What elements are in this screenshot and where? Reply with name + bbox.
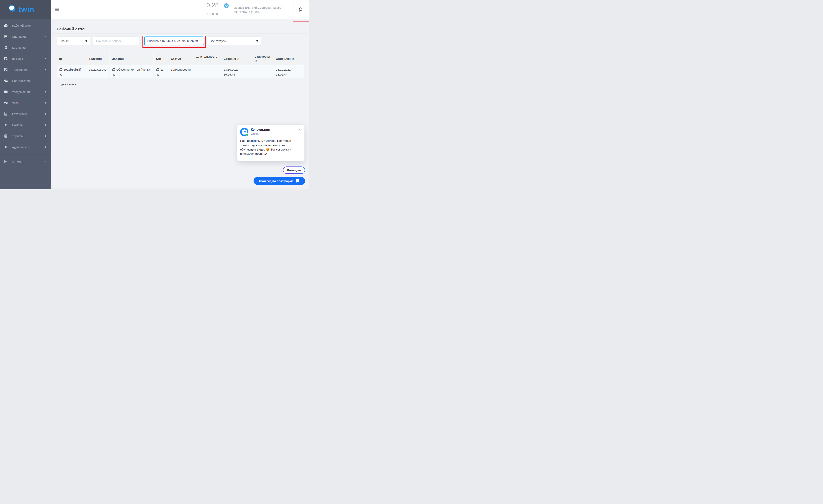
cell-bot-value: 11 [160,67,164,71]
cell-status: Запланирован [168,65,194,78]
platform-guide-button[interactable]: Твой гид по платформе [254,177,305,185]
sidebar-item-telephony[interactable]: Телефония [0,64,51,75]
bar-chart-icon [4,112,8,116]
sidebar-item-label: Рабочий стол [12,24,46,27]
status-select-value: Все статусы [210,39,226,43]
calendar-icon [4,56,8,61]
sidebar-item-label: Уведомления [12,90,44,94]
sidebar-item-statistics[interactable]: Статистика [0,108,51,119]
eye-view-icon[interactable] [112,73,116,76]
sidebar-item-label: Помощь [12,123,44,127]
horizontal-scrollbar-thumb[interactable] [51,189,304,189]
commands-button-label: Команды [283,167,305,173]
column-header-duration[interactable]: Длительность↓↑ [194,52,221,65]
close-icon[interactable]: × [298,128,301,131]
cell-task-value: Обзвон клиентов (июнь) [117,67,150,71]
chevron-right-icon [44,146,46,148]
sidebar-item-label: Аудиопарсер [12,145,44,149]
copy-icon[interactable] [59,68,62,71]
cell-bot: 11 [154,65,168,78]
sort-arrows-icon: ↓↑ [255,59,257,63]
records-table: Id Телефон Задание Бот Статус Длительнос… [57,52,304,78]
copy-icon[interactable] [156,68,159,71]
chevron-right-icon [44,160,46,163]
calculator-icon [4,134,8,138]
sidebar-item-users[interactable]: Пользователи [0,75,51,86]
user-info[interactable]: Иванов Дмитрий Сергеевич (t3159) ООО "Тв… [234,6,282,14]
cell-task: Обзвон клиентов (июнь) [110,65,154,78]
chat-message: Наш обаятельный Андрей Цветошин записал … [240,139,301,156]
horizontal-scrollbar [51,189,309,189]
svg-text:twin: twin [243,133,245,135]
main-content: Рабочий стол Звонки Все статусы Id Телеф… [51,19,309,189]
cell-id-value: 59a9b8eb3fff [63,67,81,71]
cell-started [252,65,273,78]
cell-created: 23.10.2022 15:05:44 [221,65,252,78]
balance-amount: 0.28 [206,2,219,9]
sidebar-item-scenarios[interactable]: Сценарии [0,31,51,42]
sidebar-item-notifications[interactable]: Уведомления [0,86,51,97]
eye-view-icon[interactable] [156,73,160,76]
records-count-label: одна запись [59,82,76,86]
cell-updated: 23.10.2022 18:05:44 [273,65,304,78]
envelope-icon [4,90,8,94]
search-query-input[interactable] [93,36,139,45]
balance-secondary: 1 000.00 [206,12,218,16]
sidebar: twin Рабочий стол Сценарии Комп [0,0,51,189]
gears-icon [4,123,8,127]
chevron-right-icon [44,135,46,137]
chat-bubbles-icon [4,101,8,105]
search-button[interactable] [298,7,304,12]
users-icon [4,78,8,83]
hamburger-menu-icon[interactable] [55,8,59,11]
brand-logo[interactable]: twin [0,0,51,19]
sidebar-item-dashboard[interactable]: Рабочий стол [0,20,51,31]
select-arrows-icon [256,40,258,42]
sidebar-item-calls[interactable]: Вызовы [0,53,51,64]
eye-view-icon[interactable] [59,73,63,76]
sidebar-item-label: Компании [12,46,46,49]
chat-bubble-icon [295,178,300,184]
topbar: 0.28 1 000.00 Иванов Дмитрий Сергеевич (… [51,0,309,19]
column-header-status: Статус [168,52,194,65]
building-icon [4,45,8,50]
entity-type-select[interactable]: Звонки [57,36,90,45]
user-name: Иванов Дмитрий Сергеевич (t3159) [234,6,282,10]
sidebar-item-label: Отчёты [12,160,44,163]
sort-arrows-icon: ↓↑ [292,57,294,61]
copy-icon[interactable] [112,68,115,71]
sidebar-item-label: Тарифы [12,134,44,138]
sidebar-item-label: Вызовы [12,57,44,60]
created-time: 15:05:44 [223,72,249,76]
dashboard-gauge-icon [4,23,8,28]
column-header-updated[interactable]: Обновлен↓↑ [273,52,304,65]
id-filter-input[interactable] [144,36,204,45]
chat-names: Консультант Online [251,128,298,136]
chevron-right-icon [44,102,46,104]
chevron-right-icon [44,113,46,115]
page-title: Рабочий стол [57,27,85,31]
sidebar-item-tariffs[interactable]: Тарифы [0,130,51,141]
sidebar-divider [2,154,48,154]
sidebar-item-label: Статистика [12,112,44,116]
column-header-id: Id [57,52,86,65]
sidebar-item-help[interactable]: Помощь [0,119,51,130]
sidebar-item-label: Телефония [12,68,44,71]
column-header-created[interactable]: Создано↓↑ [221,52,252,65]
search-icon [298,10,304,13]
column-header-started[interactable]: Стартовал↓↑ [252,52,273,65]
updated-time: 18:05:44 [276,72,301,76]
column-header-task: Задание [110,52,154,65]
chevron-right-icon [44,68,46,71]
balance-dropdown-button[interactable] [224,3,229,8]
filters-bar: Звонки Все статусы [51,36,309,45]
sidebar-item-chats[interactable]: Чаты [0,97,51,108]
entity-type-select-value: Звонки [59,39,69,43]
sidebar-item-reports[interactable]: Отчёты [0,156,51,167]
sidebar-item-companies[interactable]: Компании [0,42,51,53]
sidebar-item-audioparser[interactable]: Аудиопарсер [0,141,51,153]
status-select[interactable]: Все статусы [207,36,261,45]
commands-button[interactable]: Команды [283,166,305,174]
chevron-right-icon [44,35,46,38]
online-status-dot [245,133,249,136]
